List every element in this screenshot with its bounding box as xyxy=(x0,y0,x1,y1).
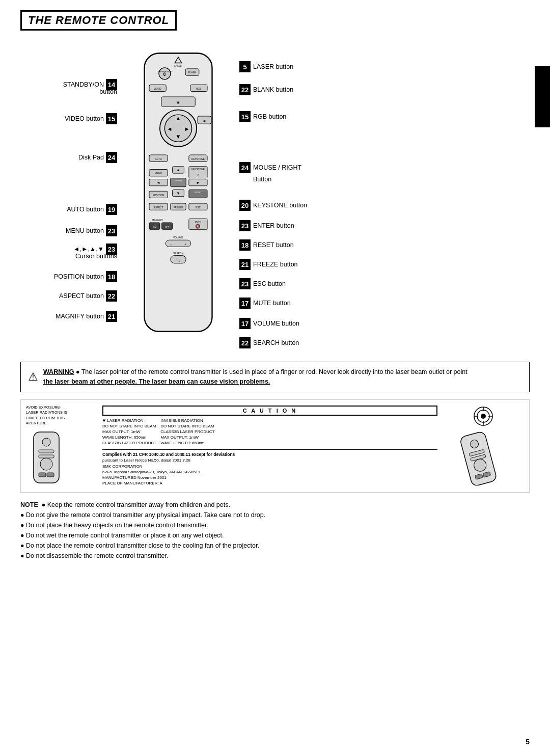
label-video: VIDEO button 15 xyxy=(65,113,117,124)
svg-text:AUTO: AUTO xyxy=(155,158,161,160)
svg-text:SEARCH: SEARCH xyxy=(173,252,183,255)
svg-text:VIDEO: VIDEO xyxy=(154,88,161,90)
svg-text:▲: ▲ xyxy=(176,168,180,172)
sidebar-bar xyxy=(535,66,550,127)
label-disk-pad: Disk Pad 24 xyxy=(78,152,117,163)
caution-laser-text: ✱ LASER RADIATION- DO NOT STARE INTO BEA… xyxy=(102,418,156,446)
note-first: NOTE ● Keep the remote control transmitt… xyxy=(20,500,530,510)
standby-on-text: STANDBY/ON xyxy=(63,81,104,88)
blank-badge: 22 xyxy=(239,84,251,95)
svg-text:MAGNIFY: MAGNIFY xyxy=(152,219,163,222)
note-6: ● Do not disassemble the remote control … xyxy=(20,551,530,561)
svg-rect-72 xyxy=(47,473,54,477)
svg-text:⌂: ⌂ xyxy=(197,173,200,177)
reset-text: RESET button xyxy=(253,241,294,249)
warning-label: WARNING xyxy=(43,368,74,375)
warning-text: WARNING ● The laser pointer of the remot… xyxy=(43,367,468,387)
svg-text:RGB: RGB xyxy=(196,88,201,90)
remote-control-image: STANDBY/ON ⏻ LASER BLANK VIDEO RGB ▣ xyxy=(122,36,234,352)
keystone-badge: 20 xyxy=(239,200,251,211)
position-badge: 18 xyxy=(106,271,117,282)
note-5: ● Do not place the remote control transm… xyxy=(20,541,530,551)
mouse-right-sub: Button xyxy=(253,176,271,183)
label-reset: 18 RESET button xyxy=(239,239,294,251)
magnify-text: MAGNIFY button xyxy=(56,313,104,320)
caution-title: C A U T I O N xyxy=(102,406,437,416)
svg-text:ON: ON xyxy=(153,226,156,228)
svg-text:MENU: MENU xyxy=(155,172,162,175)
svg-text:RESET: RESET xyxy=(195,191,202,194)
svg-rect-71 xyxy=(39,473,46,477)
caution-left-remote: AVOID EXPOSURE- LASER RADIATIONS IS EMIT… xyxy=(26,405,97,487)
laser-text: LASER button xyxy=(253,63,293,70)
reset-badge: 18 xyxy=(239,239,251,251)
right-labels: 5 LASER button 22 BLANK button 15 RGB bu… xyxy=(234,36,530,352)
svg-text:▼: ▼ xyxy=(175,133,181,140)
svg-text:KEYSTONE: KEYSTONE xyxy=(191,158,205,160)
cursor-arrows-text: ◄,►,▲,▼ xyxy=(73,246,104,253)
label-freeze: 21 FREEZE button xyxy=(239,259,298,270)
svg-point-75 xyxy=(481,414,486,419)
svg-rect-60 xyxy=(166,240,190,247)
auto-badge: 19 xyxy=(106,204,117,215)
section-title: THE REMOTE CONTROL xyxy=(20,10,177,31)
label-position: POSITION button 18 xyxy=(54,271,117,282)
label-keystone: 20 KEYSTONE button xyxy=(239,200,307,211)
rgb-text: RGB button xyxy=(253,113,286,120)
search-text: SEARCH button xyxy=(253,339,299,346)
svg-point-67 xyxy=(42,438,50,446)
warning-icon: ⚠ xyxy=(28,368,38,385)
svg-text:BLANK: BLANK xyxy=(188,71,197,74)
target-icon xyxy=(473,406,493,426)
freeze-badge: 21 xyxy=(239,259,251,270)
label-standby-on-sub: button xyxy=(99,88,117,95)
svg-text:►: ► xyxy=(184,126,189,132)
svg-text:VOLUME: VOLUME xyxy=(173,236,183,239)
label-cursor-sub: Cursor buttons xyxy=(75,253,117,260)
label-auto: AUTO button 19 xyxy=(67,204,117,215)
svg-text:◄: ◄ xyxy=(156,180,160,185)
left-labels: STANDBY/ON 14 button VIDEO button 15 Dis… xyxy=(20,36,122,352)
search-badge: 22 xyxy=(239,337,251,348)
label-magnify: MAGNIFY button 21 xyxy=(56,311,117,322)
laser-badge: 5 xyxy=(239,61,251,72)
menu-badge: 23 xyxy=(106,225,117,236)
page-number: 5 xyxy=(526,738,530,746)
esc-badge: 23 xyxy=(239,278,251,289)
esc-text: ESC button xyxy=(253,280,286,287)
svg-text:▼: ▼ xyxy=(176,191,180,196)
warning-box: ⚠ WARNING ● The laser pointer of the rem… xyxy=(20,362,530,392)
note-3: ● Do not place the heavy objects on the … xyxy=(20,520,530,530)
label-blank: 22 BLANK button xyxy=(239,84,293,95)
svg-text:FREEZE: FREEZE xyxy=(174,206,183,209)
svg-text:ENTER: ENTER xyxy=(175,179,182,182)
svg-text:POSITION: POSITION xyxy=(153,194,164,197)
disk-pad-text: Disk Pad xyxy=(78,154,104,161)
svg-rect-69 xyxy=(39,455,54,458)
label-volume: 17 VOLUME button xyxy=(239,318,299,329)
aspect-badge: 22 xyxy=(106,290,117,302)
mute-badge: 17 xyxy=(239,298,251,309)
blank-text: BLANK button xyxy=(253,86,293,93)
warning-body: ● The laser pointer of the remote contro… xyxy=(76,368,468,375)
notes-section: NOTE ● Keep the remote control transmitt… xyxy=(20,500,530,561)
magnify-badge: 21 xyxy=(106,311,117,322)
note-4: ● Do not wet the remote control transmit… xyxy=(20,530,530,541)
note-2: ● Do not give the remote control transmi… xyxy=(20,510,530,520)
keystone-text: KEYSTONE button xyxy=(253,202,307,209)
caution-area: AVOID EXPOSURE- LASER RADIATIONS IS EMIT… xyxy=(20,399,530,493)
svg-text:◄: ◄ xyxy=(167,126,172,132)
svg-text:⏻: ⏻ xyxy=(163,72,167,76)
svg-text:LASER: LASER xyxy=(174,65,182,67)
svg-text:OFF: OFF xyxy=(165,226,170,228)
label-enter: 23 ENTER button xyxy=(239,220,294,231)
mouse-right-badge: 24 xyxy=(239,162,251,173)
standby-on-sub-text: button xyxy=(99,88,117,95)
warning-bold-line: the laser beam at other people. The lase… xyxy=(43,378,270,385)
svg-text:▲: ▲ xyxy=(175,115,181,121)
auto-text: AUTO button xyxy=(67,206,104,213)
caution-invisible-text: INVISIBLE RADIATION DO NOT STARE INTO BE… xyxy=(160,418,214,446)
svg-text:KEYSTONE: KEYSTONE xyxy=(191,168,205,171)
label-laser: 5 LASER button xyxy=(239,61,293,72)
enter-text: ENTER button xyxy=(253,222,294,229)
